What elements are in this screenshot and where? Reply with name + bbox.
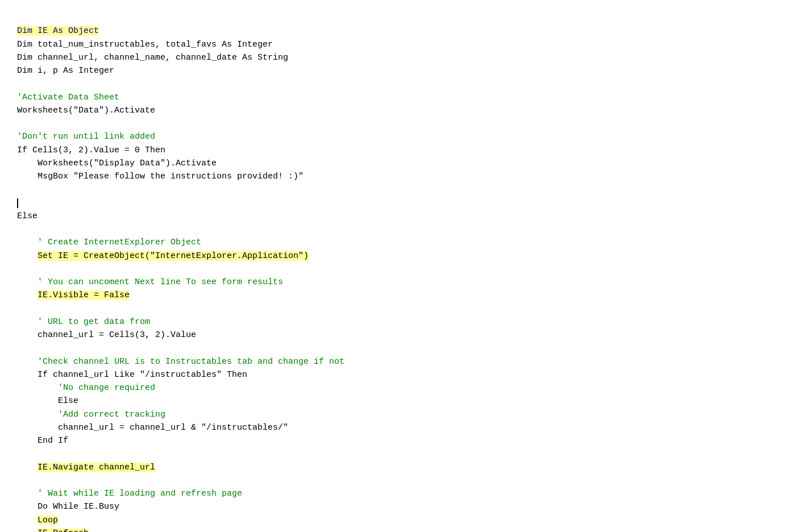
code-line: Worksheets("Display Data").Activate [17, 157, 785, 170]
code-line: Do While IE.Busy [17, 500, 785, 513]
code-line [17, 447, 785, 460]
code-segment: channel_url = channel_url & "/instructab… [17, 423, 288, 433]
code-segment: IE.Visible = False [38, 290, 130, 300]
code-line: 'Don't run until link added [17, 130, 785, 143]
code-segment: To [186, 277, 196, 287]
code-line: 'No change required [17, 381, 785, 394]
code-segment: channel_url = Cells(3, 2).Value [17, 330, 196, 340]
code-line: channel_url = channel_url & "/instructab… [17, 421, 785, 434]
code-segment [17, 516, 38, 525]
code-line [17, 342, 785, 355]
code-line: Else [17, 394, 785, 408]
code-segment: Do While IE.Busy [17, 502, 119, 512]
code-segment: IE.Refresh [38, 529, 89, 532]
code-segment: Set IE = CreateObject("InternetExplorer.… [38, 251, 309, 261]
code-line: IE.Visible = False [17, 289, 785, 302]
code-segment: 'Don't run until link added [17, 132, 155, 142]
code-line: IE.Navigate channel_url [17, 461, 785, 474]
code-line: If channel_url Like "/instructables" The… [17, 368, 785, 381]
code-line [17, 223, 785, 236]
code-segment: If channel_url Like "/instructables" The… [17, 370, 247, 380]
code-line: channel_url = Cells(3, 2).Value [17, 329, 785, 342]
code-segment [17, 251, 38, 261]
code-segment: ' Wait while IE loading [17, 489, 160, 498]
code-segment: Dim i, p As Integer [17, 66, 114, 76]
code-line: Dim i, p As Integer [17, 64, 785, 77]
code-line: ' URL to get data from [17, 315, 785, 329]
code-segment: Dim total_num_instructables, total_favs … [17, 40, 273, 49]
code-line: If Cells(3, 2).Value = 0 Then [17, 144, 785, 157]
code-segment: 'Add correct tracking [17, 410, 165, 419]
code-segment: End If [17, 436, 68, 446]
code-line [17, 117, 785, 130]
code-segment: Then [145, 146, 165, 155]
code-segment: IE.Navigate channel_url [38, 463, 155, 472]
code-segment: Instructables tab and change if not [160, 357, 344, 367]
code-segment [17, 529, 38, 532]
code-line: ' Create InternetExplorer Object [17, 236, 785, 249]
code-segment: refresh page [176, 489, 242, 498]
code-line [17, 77, 785, 90]
code-line: 'Add correct tracking [17, 408, 785, 421]
code-line: End If [17, 434, 785, 447]
code-segment: from [130, 317, 150, 327]
code-segment: ' URL to get data [17, 317, 130, 327]
code-segment [17, 159, 38, 168]
code-segment: 'Check channel URL is [17, 357, 150, 367]
code-line: ' You can uncoment Next line To see form… [17, 276, 785, 289]
code-line: MsgBox "Please follow the instructions p… [17, 170, 785, 183]
code-line: Dim channel_url, channel_name, channel_d… [17, 51, 785, 64]
code-segment: ' You can uncoment Next line [17, 277, 186, 287]
code-line: ' Wait while IE loading and refresh page [17, 487, 785, 500]
code-line: Else [17, 210, 785, 223]
code-segment: Dim IE As Object [17, 26, 99, 36]
code-line: Loop [17, 514, 785, 527]
code-line: 'Activate Data Sheet [17, 91, 785, 104]
code-segment: ' Create InternetExplorer Object [17, 238, 201, 247]
code-line [17, 474, 785, 487]
code-segment: Worksheets("Display Data").Activate [38, 159, 217, 168]
code-line: Worksheets("Data").Activate [17, 104, 785, 117]
code-line [17, 263, 785, 276]
code-segment: see form results [196, 277, 283, 287]
code-segment: 'No change required [17, 383, 155, 393]
code-segment: 'Activate Data Sheet [17, 93, 119, 102]
code-segment: to [150, 357, 160, 367]
code-line: Dim IE As Object [17, 24, 785, 38]
code-segment: Loop [38, 516, 58, 525]
code-line [17, 183, 785, 196]
code-segment: Worksheets("Data").Activate [17, 106, 155, 115]
code-segment: Dim channel_url, channel_name, channel_d… [17, 53, 288, 63]
code-editor: Dim IE As ObjectDim total_num_instructab… [17, 11, 785, 532]
code-line [17, 302, 785, 315]
code-segment: If Cells(3, 2).Value = 0 [17, 146, 145, 155]
code-segment: Else [17, 211, 38, 221]
code-segment: and [160, 489, 176, 498]
code-line: 'Check channel URL is to Instructables t… [17, 355, 785, 368]
code-line: IE.Refresh [17, 527, 785, 532]
code-line: Dim total_num_instructables, total_favs … [17, 38, 785, 51]
code-segment [17, 290, 38, 300]
code-line: Set IE = CreateObject("InternetExplorer.… [17, 250, 785, 263]
code-segment [17, 198, 18, 208]
code-segment: Else [17, 396, 78, 406]
code-segment: MsgBox "Please follow the instructions p… [17, 172, 304, 181]
code-segment [17, 463, 38, 472]
